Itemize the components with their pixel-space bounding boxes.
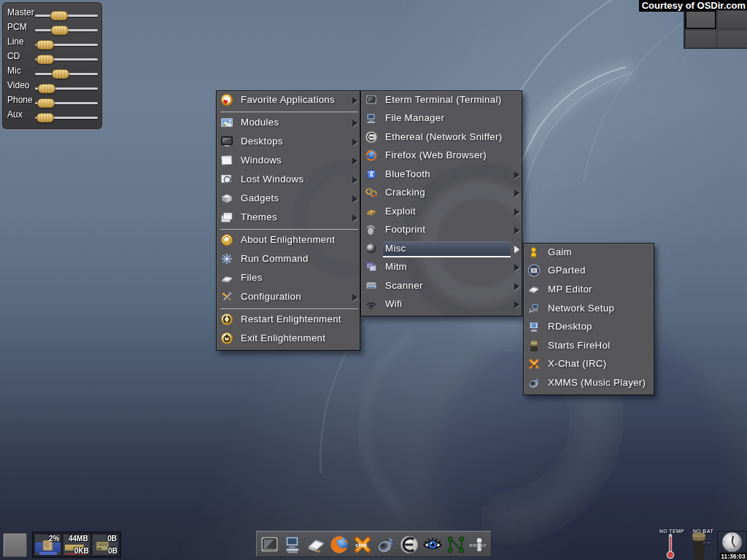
svg-text:chat: chat	[530, 364, 537, 368]
svg-text:NET: NET	[97, 548, 103, 551]
svg-text:chat: chat	[355, 542, 367, 548]
